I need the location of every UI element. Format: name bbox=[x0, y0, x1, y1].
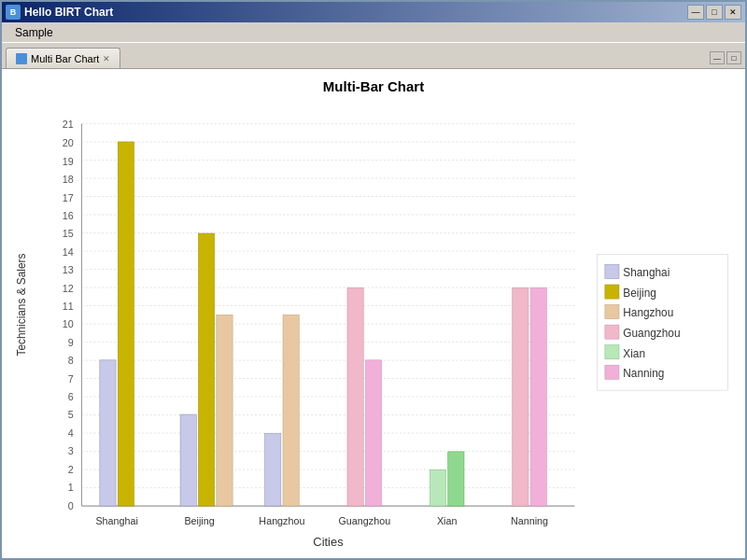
tab-minimize-button[interactable]: — bbox=[710, 51, 725, 64]
legend-label-beijing: Beijing bbox=[623, 287, 656, 300]
svg-text:14: 14 bbox=[63, 246, 74, 258]
tab-label: Multi Bar Chart bbox=[31, 53, 99, 64]
svg-text:5: 5 bbox=[68, 409, 74, 420]
tab-multi-bar-chart[interactable]: Multi Bar Chart ✕ bbox=[6, 48, 120, 68]
legend-color-beijing bbox=[605, 285, 619, 299]
tab-bar: Multi Bar Chart ✕ — □ bbox=[2, 43, 745, 69]
svg-text:17: 17 bbox=[63, 192, 74, 203]
svg-text:20: 20 bbox=[63, 137, 74, 148]
svg-text:Hangzhou: Hangzhou bbox=[259, 515, 304, 526]
legend-label-xian: Xian bbox=[623, 347, 645, 360]
bar-guangzhou-s2 bbox=[365, 360, 381, 506]
title-bar-buttons: — □ ✕ bbox=[687, 5, 741, 20]
menu-item-sample[interactable]: Sample bbox=[7, 24, 61, 41]
svg-text:2: 2 bbox=[68, 464, 74, 475]
bar-hangzhou-s2 bbox=[283, 315, 299, 506]
title-bar-left: B Hello BIRT Chart bbox=[6, 5, 113, 20]
menu-bar: Sample bbox=[2, 22, 745, 43]
svg-text:4: 4 bbox=[68, 427, 74, 439]
svg-text:12: 12 bbox=[63, 283, 74, 294]
bar-beijing-s1 bbox=[180, 414, 196, 506]
svg-text:11: 11 bbox=[63, 301, 74, 312]
svg-text:13: 13 bbox=[63, 264, 74, 275]
tab-list: Multi Bar Chart ✕ bbox=[6, 48, 120, 68]
svg-text:19: 19 bbox=[63, 156, 74, 167]
legend-label-hangzhou: Hangzhou bbox=[623, 306, 673, 319]
svg-text:1: 1 bbox=[68, 482, 74, 493]
bar-beijing-s2 bbox=[198, 233, 214, 506]
svg-text:Guangzhou: Guangzhou bbox=[338, 515, 390, 526]
svg-text:21: 21 bbox=[63, 119, 74, 130]
chart-title: Multi-Bar Chart bbox=[323, 78, 424, 94]
legend-label-nanning: Nanning bbox=[623, 367, 664, 380]
svg-text:16: 16 bbox=[63, 210, 74, 221]
bar-shanghai-s1 bbox=[100, 360, 116, 506]
svg-text:Xian: Xian bbox=[437, 515, 458, 526]
legend-color-hangzhou bbox=[605, 305, 619, 319]
legend-color-xian bbox=[605, 345, 619, 359]
main-window: B Hello BIRT Chart — □ ✕ Sample Multi Ba… bbox=[0, 0, 747, 560]
legend-color-guangzhou bbox=[605, 325, 619, 339]
bar-nanning-s1 bbox=[513, 287, 529, 506]
bar-xian-s1 bbox=[430, 469, 445, 506]
svg-text:0: 0 bbox=[68, 500, 74, 511]
legend-label-guangzhou: Guangzhou bbox=[623, 327, 680, 340]
legend-label-shanghai: Shanghai bbox=[623, 266, 669, 279]
svg-text:Nanning: Nanning bbox=[511, 515, 548, 526]
svg-text:18: 18 bbox=[63, 174, 74, 185]
app-icon: B bbox=[6, 5, 21, 20]
bar-guangzhou-s1 bbox=[347, 287, 363, 506]
svg-text:Cities: Cities bbox=[313, 535, 343, 549]
svg-text:3: 3 bbox=[68, 445, 74, 456]
tab-controls: — □ bbox=[710, 51, 741, 68]
close-button[interactable]: ✕ bbox=[725, 5, 741, 20]
svg-text:Shanghai: Shanghai bbox=[95, 515, 138, 526]
bar-nanning-s2 bbox=[530, 287, 546, 506]
svg-text:9: 9 bbox=[68, 337, 74, 348]
legend-color-shanghai bbox=[605, 264, 619, 278]
bar-hangzhou-s1 bbox=[265, 434, 281, 507]
svg-text:Technicians & Salers: Technicians & Salers bbox=[15, 254, 28, 357]
legend-color-nanning bbox=[605, 365, 619, 379]
title-bar: B Hello BIRT Chart — □ ✕ bbox=[2, 2, 745, 22]
bar-xian-s2 bbox=[448, 452, 464, 506]
bar-shanghai-s2 bbox=[118, 142, 134, 506]
tab-maximize-button[interactable]: □ bbox=[726, 51, 741, 64]
svg-text:Beijing: Beijing bbox=[184, 515, 214, 526]
maximize-button[interactable]: □ bbox=[706, 5, 723, 20]
chart-svg: Technicians & Salers 1 2 3 4 5 6 bbox=[11, 104, 736, 558]
svg-text:6: 6 bbox=[68, 391, 74, 402]
svg-text:7: 7 bbox=[68, 373, 74, 385]
tab-close-button[interactable]: ✕ bbox=[103, 54, 110, 63]
bar-beijing-s3 bbox=[217, 315, 233, 506]
window-title: Hello BIRT Chart bbox=[24, 6, 113, 19]
chart-container: Multi-Bar Chart Technicians & Salers 1 2… bbox=[2, 69, 745, 558]
tab-chart-icon bbox=[16, 53, 27, 64]
minimize-button[interactable]: — bbox=[687, 5, 704, 20]
svg-text:10: 10 bbox=[63, 318, 74, 329]
svg-text:15: 15 bbox=[63, 228, 74, 239]
chart-area: Technicians & Salers 1 2 3 4 5 6 bbox=[11, 104, 736, 558]
svg-text:8: 8 bbox=[68, 355, 74, 366]
